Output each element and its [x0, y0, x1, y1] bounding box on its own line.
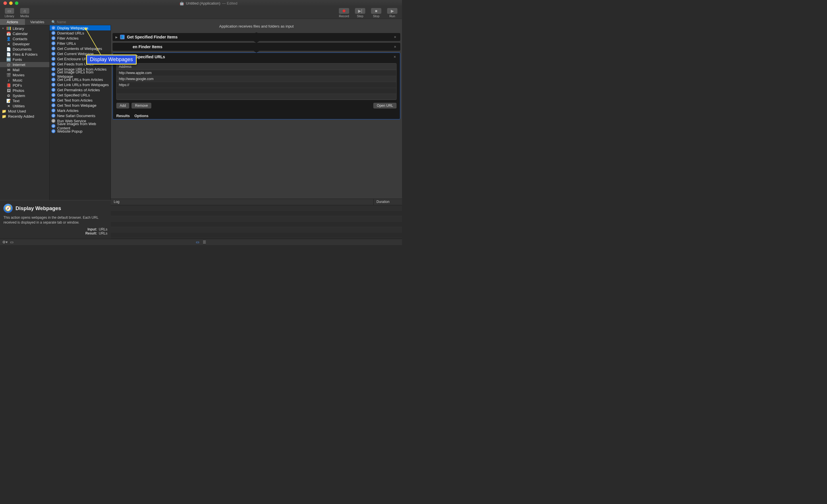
maximize-button[interactable]	[15, 1, 18, 5]
window-status: — Edited	[222, 1, 237, 5]
sidebar-item-files-folders[interactable]: 📄Files & Folders	[0, 52, 49, 57]
action-item-label: Get Link URLs from Articles	[57, 78, 103, 82]
category-icon: ✉	[6, 67, 11, 72]
step-button[interactable]: ▶| Step	[353, 7, 368, 18]
run-button[interactable]: ▶ Run	[385, 7, 400, 18]
sidebar-item-movies[interactable]: 🎬Movies	[0, 72, 49, 78]
tab-actions[interactable]: Actions	[0, 19, 25, 25]
category-icon: 👤	[6, 37, 11, 41]
action-item-get-text-from-articles[interactable]: @Get Text from Articles	[50, 98, 110, 103]
internet-action-icon: @	[51, 119, 55, 123]
options-tab[interactable]: Options	[134, 114, 148, 118]
media-toolbar-button[interactable]: ♫ Media	[18, 7, 32, 18]
category-icon: ♪	[6, 78, 11, 82]
internet-action-icon: @	[51, 108, 55, 112]
internet-action-icon: @	[51, 36, 55, 40]
close-action-button[interactable]: ×	[393, 35, 397, 39]
duration-column-header[interactable]: Duration	[373, 199, 402, 205]
table-row-empty[interactable]	[116, 94, 396, 100]
sidebar-folder-recently-added[interactable]: 📁Recently Added	[0, 114, 49, 119]
footer-bar: ⚙▾ ▭ ▭ ☰	[0, 239, 402, 245]
sidebar-item-utilities[interactable]: ✕Utilities	[0, 103, 49, 108]
disclosure-icon[interactable]: ▼	[2, 27, 5, 30]
sidebar-item-developer[interactable]: ✕Developer	[0, 41, 49, 47]
action-item-label: New Safari Documents	[57, 114, 95, 118]
tab-variables[interactable]: Variables	[25, 19, 50, 25]
action-item-filter-urls[interactable]: @Filter URLs	[50, 41, 110, 46]
sidebar-item-text[interactable]: 📝Text	[0, 98, 49, 103]
action-item-get-image-urls-from-webpage[interactable]: @Get Image URLs from Webpage	[50, 72, 110, 77]
sidebar-item-mail[interactable]: ✉Mail	[0, 67, 49, 72]
log-column-header[interactable]: Log	[111, 199, 373, 205]
run-label: Run	[389, 14, 395, 18]
category-icon: 🎬	[6, 72, 11, 77]
sidebar-item-label: PDFs	[13, 83, 22, 88]
action-item-get-link-urls-from-articles[interactable]: @Get Link URLs from Articles	[50, 77, 110, 82]
sidebar-item-music[interactable]: ♪Music	[0, 78, 49, 83]
sidebar-item-calendar[interactable]: 📅Calendar	[0, 31, 49, 36]
action-item-get-text-from-webpage[interactable]: @Get Text from Webpage	[50, 103, 110, 108]
description-toggle-icon[interactable]: ▭	[10, 240, 13, 244]
record-button[interactable]: Record	[337, 7, 351, 18]
sidebar-item-photos[interactable]: 🖼Photos	[0, 88, 49, 93]
input-label: Input:	[88, 227, 97, 231]
action-item-get-contents-of-webpages[interactable]: @Get Contents of Webpages	[50, 46, 110, 51]
sidebar-folder-most-used[interactable]: 📁Most Used	[0, 108, 49, 114]
minimize-button[interactable]	[9, 1, 13, 5]
description-panel: 🧭 Display Webpages This action opens web…	[0, 200, 111, 239]
sidebar-item-documents[interactable]: 📄Documents	[0, 47, 49, 52]
library-toolbar-button[interactable]: ▭ Library	[2, 7, 17, 18]
action-item-label: Website Popup	[57, 129, 83, 134]
action-item-save-images-from-web-content[interactable]: @Save Images from Web Content	[50, 123, 110, 129]
action-item-download-urls[interactable]: @Download URLs	[50, 31, 110, 36]
sidebar-item-pdfs[interactable]: 📕PDFs	[0, 83, 49, 88]
log-row	[111, 211, 402, 216]
library-label: Library	[5, 14, 14, 18]
sidebar-item-fonts[interactable]: 🔤Fonts	[0, 57, 49, 62]
action-item-display-webpages[interactable]: @Display Webpages	[50, 25, 110, 31]
sidebar-item-contacts[interactable]: 👤Contacts	[0, 36, 49, 41]
workflow-action-get-urls[interactable]: ▼ @ Get Specified URLs × Address http://…	[112, 53, 400, 119]
internet-action-icon: @	[51, 67, 55, 71]
action-item-get-specified-urls[interactable]: @Get Specified URLs	[50, 92, 110, 98]
workflow-view-icon[interactable]: ▭	[196, 240, 199, 244]
log-view-icon[interactable]: ☰	[203, 240, 206, 244]
sidebar-item-system[interactable]: ⚙System	[0, 93, 49, 98]
close-button[interactable]	[3, 1, 7, 5]
action-item-label: Get Text from Webpage	[57, 103, 96, 108]
url-table[interactable]: Address http://www.apple.comhttp://www.g…	[116, 63, 397, 100]
sidebar-item-label: Contacts	[13, 37, 27, 41]
category-icon: @	[6, 62, 11, 67]
sidebar-item-label: Files & Folders	[13, 52, 38, 57]
internet-action-icon: @	[51, 31, 55, 35]
category-icon: 📅	[6, 31, 11, 36]
action-item-label: Get Text from Articles	[57, 98, 92, 102]
url-row[interactable]: http://www.google.com	[116, 76, 396, 82]
sidebar-item-internet[interactable]: @Internet	[0, 62, 49, 67]
table-row-empty[interactable]	[116, 88, 396, 94]
workflow-canvas[interactable]: ▶ 📘 Get Specified Finder Items × en Find…	[111, 33, 402, 199]
close-action-button[interactable]: ×	[393, 55, 397, 59]
action-item-get-link-urls-from-webpages[interactable]: @Get Link URLs from Webpages	[50, 82, 110, 87]
library-root[interactable]: ▼ Library	[0, 26, 49, 31]
close-action-button[interactable]: ×	[393, 45, 397, 49]
log-panel: Log Duration	[111, 199, 402, 239]
stop-button[interactable]: ■ Stop	[369, 7, 384, 18]
disclosure-icon[interactable]: ▶	[115, 36, 118, 39]
results-tab[interactable]: Results	[116, 114, 130, 118]
description-title: Display Webpages	[15, 205, 61, 211]
url-row[interactable]: http://www.apple.com	[116, 70, 396, 76]
open-url-button[interactable]: Open URL	[373, 103, 397, 108]
safari-icon: 🧭	[3, 204, 13, 213]
gear-menu-icon[interactable]: ⚙▾	[2, 240, 8, 244]
url-row[interactable]: https://	[116, 82, 396, 88]
add-button[interactable]: Add	[116, 103, 129, 108]
sidebar-item-label: Utilities	[13, 104, 25, 108]
remove-button[interactable]: Remove	[132, 103, 151, 108]
action-item-filter-articles[interactable]: @Filter Articles	[50, 36, 110, 41]
action-item-mark-articles[interactable]: @Mark Articles	[50, 108, 110, 113]
action-item-new-safari-documents[interactable]: @New Safari Documents	[50, 113, 110, 118]
search-input[interactable]	[57, 20, 109, 24]
address-column-header[interactable]: Address	[116, 63, 396, 70]
action-item-get-permalinks-of-articles[interactable]: @Get Permalinks of Articles	[50, 87, 110, 92]
